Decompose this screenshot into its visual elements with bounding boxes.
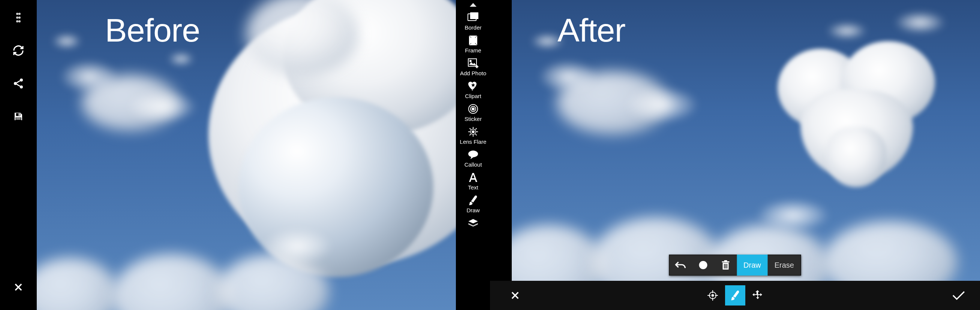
close-icon <box>510 290 520 301</box>
editor-tool-rail: Border Frame Add Photo Clipart <box>456 0 490 310</box>
svg-point-5 <box>18 20 21 22</box>
brush-icon <box>468 195 478 206</box>
after-panel: After Draw Erase <box>490 0 980 310</box>
cancel-button[interactable] <box>505 285 525 305</box>
tool-sticker[interactable]: Sticker <box>457 100 489 123</box>
add-photo-icon <box>468 58 479 69</box>
tool-border[interactable]: Border <box>457 9 489 32</box>
tool-label: Callout <box>465 162 482 168</box>
before-panel: Before <box>0 0 490 310</box>
tool-label: Frame <box>465 47 481 53</box>
sticker-icon <box>468 103 478 115</box>
svg-point-2 <box>16 20 18 22</box>
text-icon <box>468 172 478 183</box>
layers-icon <box>468 218 479 229</box>
tool-label: Clipart <box>465 93 481 99</box>
border-icon <box>467 12 479 23</box>
svg-rect-30 <box>727 264 727 269</box>
share-icon <box>13 78 24 90</box>
svg-point-4 <box>18 16 21 19</box>
refresh-button[interactable] <box>8 40 29 61</box>
lens-flare-icon <box>468 126 479 138</box>
erase-tab[interactable]: Erase <box>768 255 801 275</box>
left-sidebar <box>0 0 37 310</box>
tool-extra[interactable] <box>457 215 489 229</box>
svg-rect-27 <box>724 260 727 261</box>
trash-icon <box>721 260 730 270</box>
app-root: Before <box>0 0 980 310</box>
frame-icon <box>468 35 478 46</box>
svg-point-22 <box>472 131 474 133</box>
svg-rect-15 <box>470 13 478 19</box>
tool-label: Border <box>465 25 481 30</box>
close-button[interactable] <box>8 277 29 297</box>
share-button[interactable] <box>8 73 29 93</box>
tool-text[interactable]: Text <box>457 169 489 192</box>
svg-rect-10 <box>19 114 20 116</box>
clipart-icon <box>468 81 479 92</box>
check-icon <box>952 290 966 301</box>
delete-button[interactable] <box>714 255 737 275</box>
bottom-toolbar <box>490 281 980 310</box>
draw-erase-popup: Draw Erase <box>669 255 801 275</box>
apply-button[interactable] <box>948 285 969 305</box>
svg-point-3 <box>18 13 21 15</box>
svg-rect-12 <box>16 118 21 119</box>
heart-cloud <box>774 41 931 183</box>
save-icon <box>13 111 24 122</box>
save-button[interactable] <box>8 106 29 127</box>
tool-frame[interactable]: Frame <box>457 32 489 55</box>
brush-size-icon <box>698 260 708 270</box>
svg-rect-29 <box>725 264 726 269</box>
brush-icon <box>730 290 740 301</box>
scroll-up-button[interactable] <box>470 2 477 8</box>
tool-label: Draw <box>466 207 479 213</box>
callout-icon <box>468 149 479 160</box>
tool-label: Text <box>468 185 478 190</box>
tool-callout[interactable]: Callout <box>457 146 489 169</box>
after-label: After <box>557 11 625 49</box>
undo-icon <box>675 260 686 270</box>
draw-tab[interactable]: Draw <box>737 255 768 275</box>
undo-button[interactable] <box>669 255 692 275</box>
refresh-icon <box>13 44 24 57</box>
svg-point-7 <box>14 82 17 85</box>
move-tool-button[interactable] <box>748 285 768 305</box>
menu-icon <box>16 12 21 24</box>
tool-draw[interactable]: Draw <box>457 192 489 215</box>
svg-point-17 <box>470 60 471 62</box>
tool-add-photo[interactable]: Add Photo <box>457 55 489 78</box>
tool-label: Sticker <box>465 116 482 122</box>
tool-clipart[interactable]: Clipart <box>457 78 489 100</box>
svg-point-1 <box>16 16 18 19</box>
brush-tool-button[interactable] <box>725 285 745 305</box>
svg-rect-28 <box>724 264 725 269</box>
svg-point-23 <box>468 150 478 157</box>
svg-rect-26 <box>722 261 729 263</box>
svg-rect-13 <box>16 119 21 120</box>
target-tool-button[interactable] <box>703 285 723 305</box>
before-canvas[interactable] <box>37 0 456 310</box>
svg-point-0 <box>16 13 18 15</box>
brush-size-button[interactable] <box>692 255 714 275</box>
svg-point-24 <box>699 261 707 269</box>
svg-point-32 <box>711 295 713 297</box>
svg-point-6 <box>20 79 23 82</box>
tool-label: Lens Flare <box>460 139 487 144</box>
close-icon <box>13 282 24 293</box>
target-icon <box>707 290 718 301</box>
move-icon <box>752 290 763 301</box>
svg-point-20 <box>472 108 474 110</box>
tool-label: Add Photo <box>460 70 486 76</box>
svg-point-8 <box>20 85 23 89</box>
before-label: Before <box>105 11 200 49</box>
tool-lens-flare[interactable]: Lens Flare <box>457 123 489 146</box>
menu-button[interactable] <box>8 8 29 28</box>
